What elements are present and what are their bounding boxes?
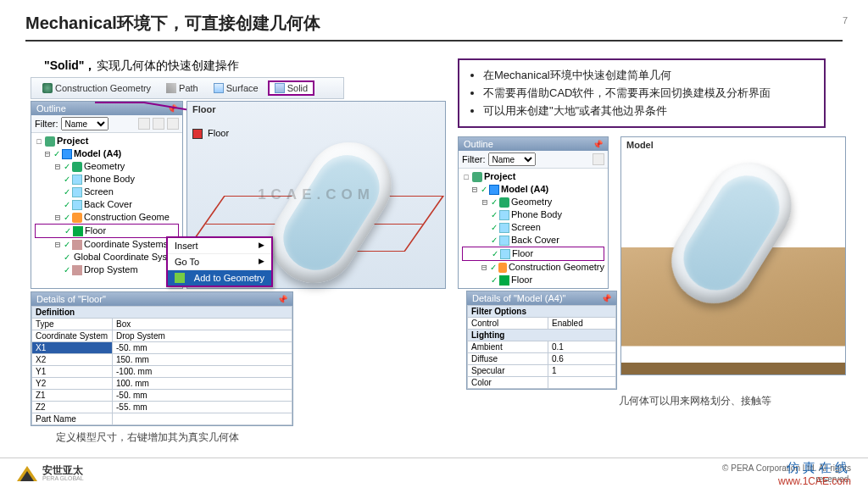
filter-icon-1[interactable]	[138, 118, 150, 130]
definition-group: Definition	[32, 307, 292, 319]
slide-title: Mechanical环境下，可直接创建几何体	[25, 12, 843, 35]
lighting-group: Lighting	[468, 330, 616, 341]
right-column: 在Mechanical环境中快速创建简单几何 不需要再借助CAD软件，不需要再来…	[458, 58, 846, 445]
surface-button[interactable]: Surface	[208, 81, 264, 95]
filter-options-group: Filter Options	[468, 306, 616, 318]
coord-icon	[72, 240, 82, 250]
phone-body-node[interactable]: Phone Body	[511, 208, 562, 221]
row-color: Color	[468, 377, 616, 389]
path-icon	[166, 83, 176, 93]
brand-cn: 安世亚太	[42, 465, 84, 475]
pin-icon[interactable]: 📌	[601, 294, 611, 303]
filter-select[interactable]: Name	[61, 117, 108, 130]
project-node[interactable]: Project	[484, 170, 515, 183]
pin-icon[interactable]: 📌	[593, 140, 603, 149]
solid-callout-label: "Solid"，实现几何体的快速创建操作	[22, 58, 446, 74]
model-node[interactable]: Model (A4)	[501, 183, 548, 196]
floor-node[interactable]: Floor	[511, 274, 532, 286]
model-icon	[62, 149, 72, 159]
row-z1: Z1-50. mm	[32, 390, 292, 402]
filter-icon-3[interactable]	[167, 118, 179, 130]
page-number: 7	[843, 15, 848, 25]
coord-systems-node[interactable]: Coordinate Systems	[84, 238, 168, 251]
brand-en: PERA GLOBAL	[42, 475, 84, 481]
solid-icon	[275, 83, 285, 93]
floor-node[interactable]: Floor	[85, 225, 106, 237]
overlay-brand: 仿真在线	[787, 460, 851, 477]
footer: 安世亚太 PERA GLOBAL © PERA Corporation Ltd.…	[0, 458, 868, 488]
details-panel-floor: Details of "Floor"📌 Definition TypeBox C…	[31, 291, 293, 426]
row-diffuse: Diffuse0.6	[468, 353, 616, 365]
construction-node[interactable]: Construction Geome	[84, 211, 170, 224]
body-icon	[72, 200, 82, 210]
outline-tree-right[interactable]: ☐Project ⊟✓Model (A4) ⊟✓Geometry ✓Phone …	[459, 169, 608, 288]
filter-icon[interactable]	[593, 153, 604, 165]
menu-insert[interactable]: Insert▶	[168, 238, 271, 254]
left-column: "Solid"，实现几何体的快速创建操作 Construction Geomet…	[22, 58, 446, 445]
legend-label: Floor	[208, 128, 229, 138]
row-y2: Y2100. mm	[32, 378, 292, 390]
overlay-url: www.1CAE.com	[778, 475, 851, 489]
menu-add-to-geometry[interactable]: Add to Geometry	[168, 270, 271, 286]
project-icon	[45, 136, 55, 147]
ground-edge	[620, 363, 846, 374]
geometry-node[interactable]: Geometry	[84, 160, 125, 173]
back-cover-node[interactable]: Back Cover	[511, 234, 559, 247]
construction-geometry-button[interactable]: Construction Geometry	[36, 81, 157, 95]
row-part-name: Part Name	[32, 413, 292, 425]
filter-icon-2[interactable]	[153, 118, 164, 130]
note-box: 在Mechanical环境中快速创建简单几何 不需要再借助CAD软件，不需要再来…	[458, 58, 826, 128]
phone-body-node[interactable]: Phone Body	[84, 173, 135, 186]
geometry-node[interactable]: Geometry	[511, 196, 552, 208]
brand-logo: 安世亚太 PERA GLOBAL	[17, 465, 84, 481]
row-y1: Y1-100. mm	[32, 366, 292, 378]
outline-panel-right: Outline📌 Filter: Name ☐Project ⊟✓Model (…	[458, 136, 609, 289]
path-button[interactable]: Path	[160, 81, 204, 95]
right-caption: 几何体可以用来网格划分、接触等	[619, 394, 846, 408]
row-type: TypeBox	[32, 319, 292, 330]
solid-button[interactable]: Solid	[268, 80, 314, 96]
context-menu[interactable]: Insert▶ Go To▶ Add to Geometry	[166, 236, 273, 287]
add-icon	[175, 273, 185, 283]
slide-header: Mechanical环境下，可直接创建几何体 7	[0, 0, 868, 48]
details-panel-model: Details of "Model (A4)"📌 Filter Options …	[466, 291, 617, 390]
details-table[interactable]: Definition TypeBox Coordinate SystemDrop…	[31, 306, 292, 425]
back-cover-node[interactable]: Back Cover	[84, 198, 132, 211]
floor-icon	[73, 226, 83, 236]
outline-title: Outline📌	[31, 102, 182, 115]
viewport-model[interactable]: Model	[620, 136, 846, 375]
model-node[interactable]: Model (A4)	[74, 147, 121, 160]
header-rule	[25, 40, 843, 42]
outline-tree[interactable]: ☐Project ⊟✓Model (A4) ⊟✓Geometry ✓Phone …	[31, 133, 182, 278]
coord-icon	[72, 265, 82, 275]
bullet-1: 在Mechanical环境中快速创建简单几何	[483, 67, 814, 85]
drop-system-node[interactable]: Drop System	[84, 263, 138, 276]
viewport-title: Model	[626, 140, 654, 150]
project-node[interactable]: Project	[57, 135, 88, 147]
left-caption: 定义模型尺寸，右键增加其为真实几何体	[56, 430, 446, 445]
bullet-2: 不需要再借助CAD软件，不需要再来回切换建模及分析界面	[483, 85, 814, 103]
pin-icon[interactable]: 📌	[277, 295, 287, 304]
filter-select[interactable]: Name	[488, 152, 536, 166]
row-specular: Specular1	[468, 365, 616, 377]
copyright: © PERA Corporation Ltd. All rights reser…	[722, 463, 851, 485]
row-control: ControlEnabled	[468, 318, 616, 330]
geometry-icon	[72, 162, 82, 172]
pin-icon[interactable]: 📌	[167, 104, 177, 114]
construction-toolbar: Construction Geometry Path Surface Solid	[31, 77, 344, 99]
construction-node[interactable]: Construction Geometry	[509, 261, 604, 274]
floor-body-node[interactable]: Floor	[512, 247, 533, 260]
filter-row: Filter: Name	[31, 115, 182, 133]
row-coord-system: Coordinate SystemDrop System	[32, 330, 292, 342]
details-title: Details of "Floor"	[36, 294, 106, 304]
geometry-icon	[42, 83, 53, 93]
body-icon	[72, 187, 82, 197]
screen-node[interactable]: Screen	[511, 221, 541, 234]
menu-goto[interactable]: Go To▶	[168, 254, 271, 270]
logo-triangle-icon	[17, 466, 37, 481]
screen-node[interactable]: Screen	[84, 186, 114, 198]
row-x1: X1-50. mm	[32, 342, 292, 354]
row-x2: X2150. mm	[32, 354, 292, 366]
construction-icon	[72, 213, 82, 223]
row-ambient: Ambient0.1	[468, 341, 616, 353]
